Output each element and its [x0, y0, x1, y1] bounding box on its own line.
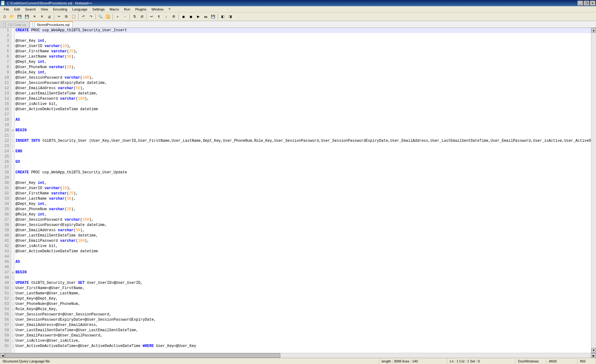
code-line[interactable]: @User_UserID varchar(10),	[15, 44, 591, 49]
scroll-down-icon[interactable]: ▼	[591, 348, 596, 353]
fold-marker[interactable]: │	[11, 301, 15, 307]
sync-hscroll-icon[interactable]: ⇄	[138, 13, 145, 20]
zoom-out-icon[interactable]: －	[121, 13, 128, 20]
code-editor[interactable]: CREATE PROC usp_WebApp_tblBTS_Security_U…	[15, 28, 591, 353]
fold-marker[interactable]	[11, 202, 15, 207]
horizontal-scrollbar[interactable]: ◀ ▶	[0, 353, 596, 358]
play-macro-icon[interactable]: ▶	[195, 13, 202, 20]
fold-marker[interactable]	[11, 44, 15, 49]
fold-marker[interactable]	[11, 175, 15, 180]
fold-marker[interactable]	[11, 265, 15, 270]
sync-vscroll-icon[interactable]: ⇅	[131, 13, 138, 20]
code-line[interactable]	[15, 133, 591, 138]
code-line[interactable]	[15, 254, 591, 259]
play-multi-icon[interactable]: ⏭	[202, 13, 209, 20]
code-line[interactable]: @User_ActiveDeActiveDateTime datetime	[15, 249, 591, 254]
menu-language[interactable]: Language	[70, 7, 90, 12]
fold-marker[interactable]	[11, 59, 15, 65]
fold-marker[interactable]: │	[11, 344, 15, 349]
scroll-right-icon[interactable]: ▶	[591, 353, 596, 358]
fold-marker[interactable]	[11, 65, 15, 70]
code-line[interactable]: @User_isActive bit,	[15, 244, 591, 249]
find-icon[interactable]: 🔍	[97, 13, 104, 20]
fold-marker[interactable]	[11, 259, 15, 265]
fold-marker[interactable]	[11, 96, 15, 102]
hscroll-track[interactable]	[5, 353, 591, 358]
fold-marker[interactable]	[11, 254, 15, 259]
vertical-scrollbar[interactable]: ▲ ▼	[591, 28, 596, 353]
fold-marker[interactable]: │	[11, 323, 15, 328]
code-line[interactable]	[15, 144, 591, 149]
code-line[interactable]	[15, 112, 591, 117]
plugin1-icon[interactable]: ◧	[219, 13, 226, 20]
code-line[interactable]: @User_LastName varchar(50),	[15, 196, 591, 202]
fold-marker[interactable]: │	[11, 296, 15, 301]
menu-edit[interactable]: Edit	[12, 7, 23, 12]
maximize-button[interactable]: ❐	[584, 1, 589, 6]
menu-view[interactable]: View	[38, 7, 51, 12]
code-line[interactable]: @User_Key int,	[15, 38, 591, 44]
wordwrap-icon[interactable]: ↩	[148, 13, 155, 20]
close-file-icon[interactable]: ✕	[31, 13, 38, 20]
fold-marker[interactable]	[11, 207, 15, 212]
fold-marker[interactable]: │	[11, 138, 15, 144]
tab-cs-code[interactable]: CS Code.cs	[1, 22, 29, 28]
save-icon[interactable]: 💾	[16, 13, 23, 20]
code-line[interactable]: @User_EmailPassword varchar(100),	[15, 238, 591, 244]
code-line[interactable]: User_EmailAddress=@User_EmailAddress,	[15, 323, 591, 328]
fold-marker[interactable]	[11, 86, 15, 91]
fold-marker[interactable]: │	[11, 286, 15, 291]
fold-marker[interactable]	[11, 191, 15, 196]
code-line[interactable]: @User_SessionPassword varchar(100),	[15, 75, 591, 80]
fold-marker[interactable]	[11, 170, 15, 175]
fold-marker[interactable]	[11, 249, 15, 254]
fold-marker[interactable]	[11, 107, 15, 112]
fold-marker[interactable]: │	[11, 133, 15, 138]
code-line[interactable]	[15, 175, 591, 180]
fold-marker[interactable]	[11, 180, 15, 186]
code-line[interactable]: User_FirstName=@User_FirstName,	[15, 286, 591, 291]
code-line[interactable]: User_PhoneNum=@User_PhoneNum,	[15, 301, 591, 307]
fold-marker[interactable]: ⊟	[11, 128, 15, 133]
redo-icon[interactable]: ↷	[87, 13, 94, 20]
menu-plugins[interactable]: Plugins	[133, 7, 149, 12]
code-line[interactable]: @Role_Key int,	[15, 70, 591, 75]
fold-marker[interactable]	[11, 217, 15, 223]
fold-marker[interactable]	[11, 38, 15, 44]
code-line[interactable]: @User_EmailAddress varchar(50),	[15, 86, 591, 91]
fold-marker[interactable]: ⊟	[11, 270, 15, 275]
fold-marker[interactable]: │	[11, 338, 15, 344]
code-line[interactable]: @User_Key int,	[15, 180, 591, 186]
code-line[interactable]: @Role_Key int,	[15, 212, 591, 217]
fold-marker[interactable]: │	[11, 312, 15, 317]
code-line[interactable]: AS	[15, 259, 591, 265]
fold-marker[interactable]	[11, 70, 15, 75]
save-all-icon[interactable]: 💾	[24, 13, 30, 20]
show-all-chars-icon[interactable]: ¶	[156, 13, 162, 20]
fold-marker[interactable]: │	[11, 307, 15, 312]
fold-marker[interactable]	[11, 91, 15, 96]
fold-marker[interactable]	[11, 28, 15, 33]
fold-marker[interactable]	[11, 102, 15, 107]
code-line[interactable]: Role_Key=@Role_Key,	[15, 307, 591, 312]
scroll-left-icon[interactable]: ◀	[0, 353, 5, 358]
code-line[interactable]: User_ActiveDeActiveDateTime=@User_Active…	[15, 344, 591, 349]
fold-marker[interactable]: │	[11, 333, 15, 338]
fold-marker[interactable]	[11, 196, 15, 202]
stop-macro-icon[interactable]: ⏹	[187, 13, 194, 20]
menu-settings[interactable]: Settings	[90, 7, 107, 12]
paste-icon[interactable]: 📋	[70, 13, 77, 20]
code-line[interactable]: BEGIN	[15, 270, 591, 275]
new-file-icon[interactable]: 🗋	[1, 13, 8, 20]
menu-search[interactable]: Search	[23, 7, 38, 12]
code-line[interactable]: AS	[15, 117, 591, 123]
undo-icon[interactable]: ↶	[80, 13, 87, 20]
replace-icon[interactable]: 🔁	[104, 13, 111, 20]
fold-marker[interactable]: │	[11, 317, 15, 323]
code-line[interactable]: @User_SessionPasswordExpiryDate datetime…	[15, 223, 591, 228]
fold-marker[interactable]	[11, 228, 15, 233]
fold-marker[interactable]: │	[11, 144, 15, 149]
code-line[interactable]	[15, 265, 591, 270]
open-file-icon[interactable]: 📂	[9, 13, 15, 20]
code-line[interactable]: @User_ActiveDeActiveDateTime datetime	[15, 107, 591, 112]
